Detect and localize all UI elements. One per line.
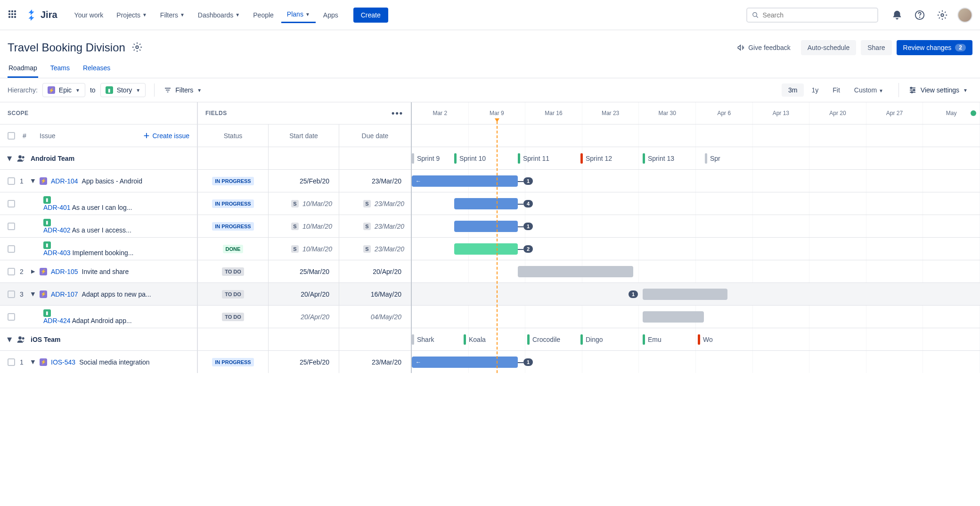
- dependency-count[interactable]: 1: [523, 358, 533, 366]
- due-date-cell[interactable]: 23/Mar/20: [339, 170, 411, 192]
- sprint-label[interactable]: Dingo: [580, 334, 603, 345]
- due-date-cell[interactable]: 16/May/20: [339, 283, 411, 305]
- view-settings-button[interactable]: View settings ▼: [898, 83, 972, 97]
- give-feedback-button[interactable]: Give feedback: [731, 40, 796, 56]
- dependency-count[interactable]: 4: [523, 200, 533, 207]
- nav-link-plans[interactable]: Plans▼: [281, 7, 316, 23]
- plan-settings-icon[interactable]: [132, 42, 142, 54]
- gantt-bar[interactable]: [643, 311, 704, 323]
- issue-key[interactable]: IOS-543: [51, 358, 75, 366]
- gantt-bar[interactable]: [454, 198, 518, 209]
- collapse-icon[interactable]: ▶: [30, 178, 36, 184]
- sprint-label[interactable]: Sprint 12: [580, 153, 612, 164]
- gantt-bar[interactable]: [643, 289, 727, 300]
- row-checkbox[interactable]: [8, 313, 15, 321]
- notifications-icon[interactable]: [890, 8, 905, 23]
- nav-link-projects[interactable]: Projects▼: [111, 7, 152, 23]
- collapse-icon[interactable]: ▶: [30, 359, 36, 365]
- expand-icon[interactable]: ▶: [7, 156, 13, 160]
- user-avatar[interactable]: [957, 8, 972, 23]
- search-input[interactable]: [763, 11, 873, 19]
- sprint-label[interactable]: Sprint 11: [518, 153, 549, 164]
- sprint-label[interactable]: Sprint 13: [643, 153, 674, 164]
- expand-icon[interactable]: ▶: [7, 337, 13, 341]
- expand-icon[interactable]: ▶: [30, 268, 36, 274]
- dependency-count[interactable]: 2: [523, 245, 533, 253]
- hierarchy-from-select[interactable]: ⚡ Epic ▼: [42, 83, 85, 97]
- due-date-cell[interactable]: 20/Apr/20: [339, 260, 411, 282]
- gantt-bar[interactable]: ←: [412, 357, 518, 368]
- status-badge[interactable]: IN PROGRESS: [212, 199, 253, 208]
- start-date-cell[interactable]: 20/Apr/20: [269, 306, 339, 328]
- issue-key[interactable]: ADR-403: [43, 249, 71, 257]
- start-date-cell[interactable]: S10/Mar/20: [269, 238, 339, 260]
- auto-schedule-button[interactable]: Auto-schedule: [801, 40, 857, 55]
- start-date-cell[interactable]: 25/Feb/20: [269, 170, 339, 192]
- sprint-label[interactable]: Koala: [464, 334, 486, 345]
- create-issue-button[interactable]: + Create issue: [144, 131, 189, 141]
- sprint-label[interactable]: Sprint 10: [454, 153, 486, 164]
- create-button[interactable]: Create: [353, 8, 388, 23]
- sprint-label[interactable]: Spr: [705, 153, 720, 164]
- row-checkbox[interactable]: [8, 223, 15, 230]
- settings-icon[interactable]: [935, 8, 950, 23]
- status-badge[interactable]: IN PROGRESS: [212, 177, 253, 185]
- gantt-bar[interactable]: [518, 266, 633, 277]
- nav-link-filters[interactable]: Filters▼: [155, 7, 190, 23]
- hierarchy-to-select[interactable]: ▮ Story ▼: [100, 83, 146, 97]
- due-date-cell[interactable]: S23/Mar/20: [339, 215, 411, 237]
- status-badge[interactable]: IN PROGRESS: [212, 222, 253, 231]
- start-date-cell[interactable]: S10/Mar/20: [269, 215, 339, 237]
- filters-button[interactable]: Filters ▼: [154, 83, 206, 97]
- nav-link-people[interactable]: People: [247, 7, 279, 23]
- issue-key[interactable]: ADR-107: [51, 290, 78, 298]
- start-date-cell[interactable]: 20/Apr/20: [269, 283, 339, 305]
- sprint-label[interactable]: Crocodile: [527, 334, 560, 345]
- share-button[interactable]: Share: [861, 40, 891, 55]
- nav-link-apps[interactable]: Apps: [318, 7, 344, 23]
- due-date-cell[interactable]: S23/Mar/20: [339, 238, 411, 260]
- team-row[interactable]: ▶ Android Team: [0, 147, 197, 169]
- review-changes-button[interactable]: Review changes 2: [897, 40, 972, 55]
- issue-key[interactable]: ADR-104: [51, 177, 78, 185]
- sprint-label[interactable]: Emu: [643, 334, 662, 345]
- zoom-custom[interactable]: Custom ▼: [848, 83, 890, 97]
- due-date-cell[interactable]: 04/May/20: [339, 306, 411, 328]
- row-checkbox[interactable]: [8, 268, 15, 275]
- row-checkbox[interactable]: [8, 358, 15, 366]
- gantt-bar[interactable]: [454, 221, 518, 232]
- start-date-cell[interactable]: S10/Mar/20: [269, 192, 339, 215]
- zoom-1y[interactable]: 1y: [805, 83, 825, 97]
- app-switcher-icon[interactable]: [8, 9, 19, 21]
- row-checkbox[interactable]: [8, 290, 15, 298]
- row-checkbox[interactable]: [8, 245, 15, 253]
- zoom-fit[interactable]: Fit: [826, 83, 847, 97]
- select-all-checkbox[interactable]: [8, 132, 15, 140]
- more-icon[interactable]: •••: [392, 108, 403, 118]
- issue-key[interactable]: ADR-401: [43, 204, 71, 211]
- gantt-bar[interactable]: [454, 243, 518, 255]
- status-badge[interactable]: TO DO: [222, 313, 244, 321]
- issue-key[interactable]: ADR-424: [43, 317, 71, 324]
- due-date-cell[interactable]: 23/Mar/20: [339, 351, 411, 373]
- jira-logo[interactable]: Jira: [26, 9, 57, 21]
- start-date-cell[interactable]: 25/Feb/20: [269, 351, 339, 373]
- sprint-label[interactable]: Wo: [698, 334, 713, 345]
- release-marker[interactable]: [971, 110, 976, 116]
- status-badge[interactable]: TO DO: [222, 290, 244, 299]
- collapse-icon[interactable]: ▶: [30, 291, 36, 297]
- help-icon[interactable]: [912, 8, 927, 23]
- nav-link-dashboards[interactable]: Dashboards▼: [192, 7, 245, 23]
- gantt-bar[interactable]: ←: [412, 175, 518, 187]
- dependency-count[interactable]: 1: [523, 177, 533, 185]
- dependency-count[interactable]: 1: [629, 290, 638, 298]
- status-badge[interactable]: DONE: [223, 245, 244, 253]
- dependency-count[interactable]: 1: [523, 223, 533, 230]
- row-checkbox[interactable]: [8, 177, 15, 185]
- nav-link-your-work[interactable]: Your work: [69, 7, 109, 23]
- tab-releases[interactable]: Releases: [82, 59, 111, 78]
- row-checkbox[interactable]: [8, 200, 15, 207]
- team-row[interactable]: ▶ iOS Team: [0, 328, 197, 350]
- issue-key[interactable]: ADR-402: [43, 226, 71, 234]
- start-date-cell[interactable]: 25/Mar/20: [269, 260, 339, 282]
